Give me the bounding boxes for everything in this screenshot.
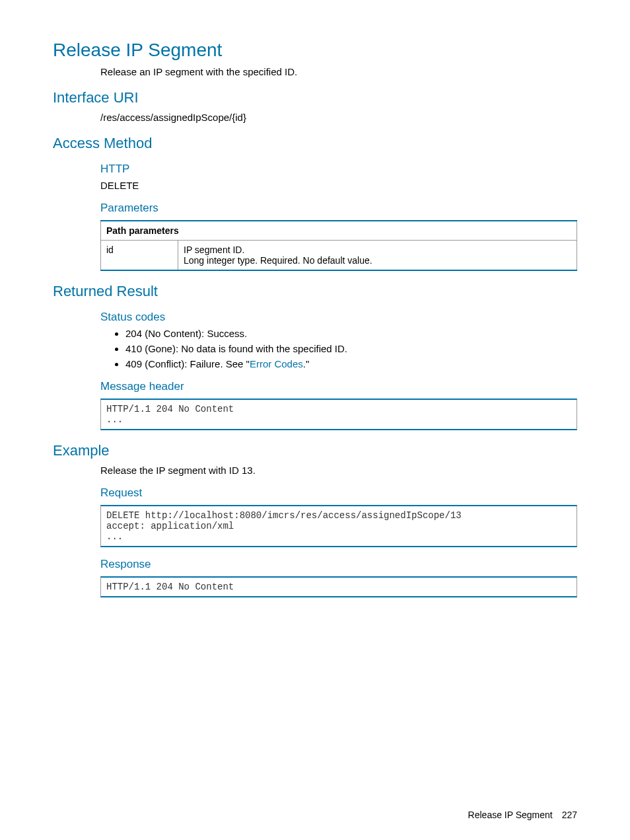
parameters-label: Parameters	[100, 202, 577, 215]
status-codes-label: Status codes	[100, 311, 577, 324]
message-header-code: HTTP/1.1 204 No Content ...	[100, 399, 577, 430]
response-code: HTTP/1.1 204 No Content	[100, 576, 577, 597]
status3-pre: 409 (Conflict): Failure. See "	[125, 358, 250, 369]
table-row: id IP segment ID. Long integer type. Req…	[101, 241, 577, 271]
param-desc-line1: IP segment ID.	[184, 245, 244, 255]
section-returned-result: Returned Result	[53, 283, 577, 300]
http-value: DELETE	[100, 180, 577, 191]
path-params-table: Path parameters id IP segment ID. Long i…	[100, 220, 577, 271]
request-code: DELETE http://localhost:8080/imcrs/res/a…	[100, 505, 577, 547]
param-desc-line2: Long integer type. Required. No default …	[184, 255, 372, 266]
http-label: HTTP	[100, 163, 577, 176]
status-item: 409 (Conflict): Failure. See "Error Code…	[125, 358, 577, 369]
status-codes-list: 204 (No Content): Success. 410 (Gone): N…	[112, 328, 577, 369]
example-intro: Release the IP segment with ID 13.	[100, 465, 577, 476]
param-desc: IP segment ID. Long integer type. Requir…	[178, 241, 577, 271]
section-interface-uri: Interface URI	[53, 89, 577, 106]
section-access-method: Access Method	[53, 135, 577, 152]
message-header-label: Message header	[100, 380, 577, 393]
request-label: Request	[100, 486, 577, 500]
status3-post: ."	[303, 358, 310, 369]
param-name: id	[101, 241, 178, 271]
page-title: Release IP Segment	[53, 40, 577, 61]
status-item: 410 (Gone): No data is found with the sp…	[125, 343, 577, 354]
section-example: Example	[53, 442, 577, 459]
response-label: Response	[100, 558, 577, 571]
intro-text: Release an IP segment with the specified…	[100, 66, 577, 77]
table-header: Path parameters	[101, 221, 577, 241]
interface-uri-value: /res/access/assignedIpScope/{id}	[100, 112, 577, 123]
status-item: 204 (No Content): Success.	[125, 328, 577, 339]
error-codes-link[interactable]: Error Codes	[250, 358, 303, 369]
